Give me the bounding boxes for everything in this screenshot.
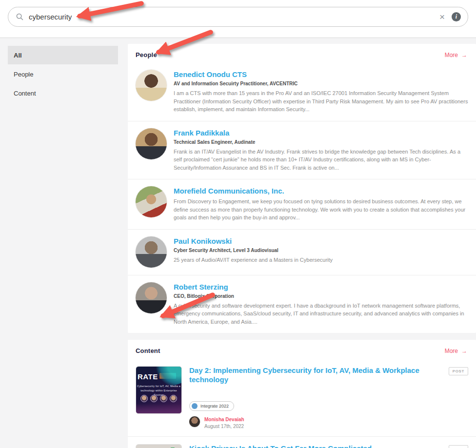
search-input[interactable]	[29, 13, 436, 21]
sidebar-item-content[interactable]: Content	[8, 84, 118, 102]
person-avatar[interactable]	[136, 186, 167, 217]
filter-sidebar: All People Content	[8, 46, 118, 103]
sidebar-item-people[interactable]: People	[8, 65, 118, 83]
person-result-row: Morefield Communications, Inc. From Disc…	[128, 179, 476, 229]
person-description: I am a CTS with more than 15 years in th…	[174, 89, 468, 114]
person-description: 25 years of Audio/AV/IT experience and a…	[174, 256, 468, 264]
author-row: Monisha Devaiah August 17th, 2022	[189, 416, 468, 429]
person-name-link[interactable]: Morefield Communications, Inc.	[174, 187, 468, 195]
content-results-card: Content More → RATE Cybersecurity for Io…	[128, 340, 476, 448]
person-name-link[interactable]: Benedict Onodu CTS	[174, 70, 468, 78]
person-name-link[interactable]: Paul Konikowski	[174, 237, 468, 245]
content-more-link[interactable]: More →	[445, 348, 467, 354]
person-result-row: Frank Padikkala Technical Sales Engineer…	[128, 121, 476, 179]
arrow-right-icon: →	[461, 52, 467, 58]
content-thumbnail-kiosk[interactable]	[136, 444, 182, 448]
content-title-link[interactable]: Kiosk Privacy Is About To Get Far More C…	[189, 444, 372, 448]
page-header: × i	[0, 0, 476, 38]
person-subtitle: Technical Sales Engineer, Audinate	[174, 139, 468, 145]
info-icon[interactable]: i	[452, 12, 461, 21]
person-description: A cybersecurity and software development…	[174, 302, 468, 326]
arrow-right-icon: →	[461, 348, 467, 354]
speaker-photos	[136, 395, 181, 402]
person-description: Frank is an IT/AV Evangelist in the AV I…	[174, 148, 468, 172]
person-name-link[interactable]: Robert Sterzing	[174, 283, 468, 291]
tag-dot	[192, 403, 198, 409]
content-section-title: Content	[136, 347, 160, 354]
person-name-link[interactable]: Frank Padikkala	[174, 129, 468, 137]
person-subtitle: Cyber Security Architect, Level 3 Audiov…	[174, 248, 468, 253]
person-subtitle: AV and Information Secuirty Practitioner…	[174, 81, 468, 86]
person-avatar[interactable]	[136, 282, 167, 313]
person-result-row: Paul Konikowski Cyber Security Architect…	[128, 229, 476, 275]
person-avatar[interactable]	[136, 70, 167, 101]
person-avatar[interactable]	[136, 128, 167, 159]
author-name-link[interactable]: Monisha Devaiah	[204, 416, 244, 423]
person-result-row: Benedict Onodu CTS AV and Information Se…	[128, 63, 476, 121]
content-result-item: RATE Cybersecurity for IoT, AV, Media a …	[128, 359, 476, 436]
content-title-link[interactable]: Day 2: Implementing Cybersecurity for Io…	[189, 366, 442, 385]
person-result-row: Robert Sterzing CEO, Bitlogix Corporatio…	[128, 275, 476, 333]
publish-date: August 17th, 2022	[204, 424, 244, 429]
people-section-title: People	[136, 51, 157, 58]
post-type-badge: POST	[449, 367, 468, 375]
search-icon	[16, 13, 23, 20]
person-avatar[interactable]	[136, 236, 167, 268]
content-section-header: Content More →	[128, 340, 476, 359]
content-result-item: Kiosk Privacy Is About To Get Far More C…	[128, 436, 476, 448]
tag-integrate-2022[interactable]: Integrate 2022	[189, 401, 234, 411]
author-avatar[interactable]	[189, 416, 200, 427]
person-description: From Discovery to Engagement, we keep yo…	[174, 197, 468, 222]
content-thumbnail-day2[interactable]: RATE Cybersecurity for IoT, AV, Media a …	[136, 366, 182, 414]
people-results-card: People More → Benedict Onodu CTS AV and …	[128, 44, 476, 333]
clear-search-icon[interactable]: ×	[436, 12, 448, 21]
person-subtitle: CEO, Bitlogix Corporation	[174, 293, 468, 299]
thumbnail-heading-text: RATE	[138, 372, 158, 381]
results-column: People More → Benedict Onodu CTS AV and …	[128, 44, 476, 448]
people-more-link[interactable]: More →	[445, 52, 467, 58]
sidebar-item-all[interactable]: All	[8, 46, 118, 64]
search-bar[interactable]: × i	[8, 7, 468, 27]
post-type-badge: POST	[449, 445, 468, 448]
people-section-header: People More →	[128, 44, 476, 63]
